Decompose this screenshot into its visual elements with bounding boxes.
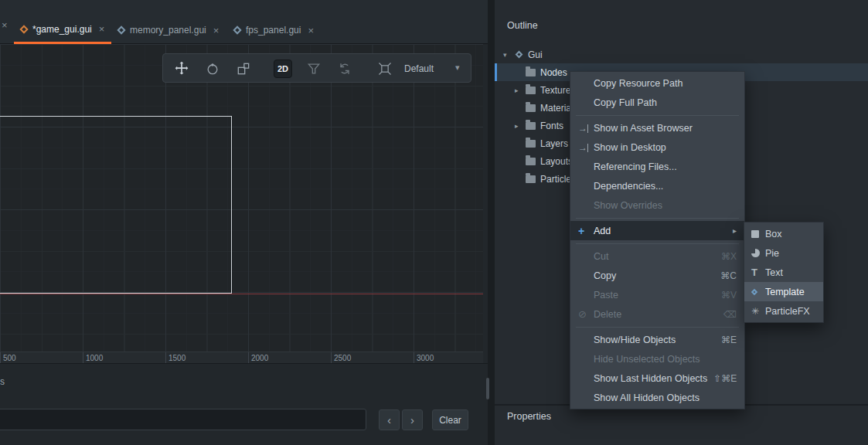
delete-icon [578,308,594,320]
menu-item-show-in-asset-browser[interactable]: Show in Asset Browser [570,118,744,138]
partial-panel-label: s [0,376,5,387]
horizontal-ruler: 500 1000 1500 2000 2500 3000 [0,352,483,363]
folder-icon [526,140,536,148]
menu-item-show-last-hidden-objects[interactable]: Show Last Hidden Objects ⇧⌘E [570,369,744,388]
submenu-item-text[interactable]: Text [744,263,823,282]
shortcut-label: ⌘X [721,251,737,262]
tab-label: *game_gui.gui [32,24,92,35]
menu-separator [570,324,744,330]
ruler-label: 1000 [86,354,103,362]
submenu-item-particlefx[interactable]: ParticleFX [744,301,823,321]
camera-perspective-icon[interactable] [376,59,394,78]
tab-fps-panel[interactable]: fps_panel.gui × [227,16,321,44]
mode-2d-toggle[interactable]: 2D [274,59,292,78]
menu-separator [570,112,744,118]
editor-window: × *game_gui.gui × memory_panel.gui × fps… [0,0,868,445]
visibility-filter-icon[interactable] [305,59,323,78]
ruler-label: 2500 [334,354,351,362]
gui-file-icon [117,25,125,34]
text-icon [751,267,765,278]
folder-icon [526,69,536,76]
rotate-tool-icon[interactable] [203,59,222,78]
menu-item-cut: Cut ⌘X [570,246,744,266]
expander-collapsed-icon[interactable]: ▸ [515,122,526,130]
menu-separator [570,240,744,246]
submenu-item-pie[interactable]: Pie [744,243,823,263]
plus-icon [578,225,594,237]
shortcut-label: ⇧⌘E [713,373,737,384]
x-axis-line [0,294,483,294]
outline-item-label: Gui [528,49,543,60]
tab-label: fps_panel.gui [246,25,301,36]
viewport-toolbar: 2D Defa [162,53,471,83]
folder-icon [526,175,536,183]
folder-icon [526,158,536,165]
ruler-tick [0,352,1,364]
menu-item-copy-full-path[interactable]: Copy Full Path [570,93,744,112]
editor-left-pane: × *game_gui.gui × memory_panel.gui × fps… [0,0,488,445]
menu-item-show-all-hidden-objects[interactable]: Show All Hidden Objects [570,388,744,407]
tab-memory-panel[interactable]: memory_panel.gui × [111,16,226,44]
gui-scene-bounds [0,116,232,294]
close-icon[interactable]: × [213,25,220,36]
outline-item-gui[interactable]: ▾ Gui [495,46,868,63]
folder-icon [526,104,536,112]
ruler-tick [414,352,414,364]
chevron-down-icon[interactable]: ▾ [455,63,460,73]
expander-expanded-icon[interactable]: ▾ [503,51,514,59]
menu-item-copy-resource-path[interactable]: Copy Resource Path [570,73,744,93]
outline-item-label: Nodes [540,67,567,78]
folder-icon [526,122,536,130]
template-icon [751,290,765,294]
outline-item-label: Fonts [540,121,563,131]
chevron-right-icon: › [410,413,414,426]
submenu-item-template[interactable]: Template [744,282,823,301]
menu-item-paste: Paste ⌘V [570,285,744,304]
expander-collapsed-icon[interactable]: ▸ [515,87,526,94]
scale-tool-icon[interactable] [234,59,253,78]
properties-panel-title: Properties [507,411,551,422]
menu-item-show-hide-objects[interactable]: Show/Hide Objects ⌘E [570,330,744,349]
ruler-label: 500 [3,354,16,362]
menu-item-dependencies[interactable]: Dependencies... [570,176,744,195]
move-tool-icon[interactable] [172,59,191,78]
folder-icon [526,87,536,94]
submenu-arrow-icon: ▸ [733,226,737,235]
sync-icon[interactable] [335,59,354,78]
bottom-panel: s ‹ › Clear [0,363,488,445]
menu-item-referencing-files[interactable]: Referencing Files... [570,157,744,176]
menu-item-show-in-desktop[interactable]: Show in Desktop [570,138,744,157]
camera-select[interactable]: Default [404,63,434,74]
particlefx-icon [751,306,765,317]
clear-button[interactable]: Clear [432,409,468,430]
outline-panel-title: Outline [507,20,538,31]
close-icon[interactable]: × [99,23,105,35]
menu-item-hide-unselected-objects: Hide Unselected Objects [570,349,744,369]
outline-item-label: Layouts [540,156,573,167]
menu-item-add[interactable]: Add ▸ [570,221,744,240]
panel-splitter-handle[interactable] [486,378,489,399]
ruler-label: 1500 [168,354,186,362]
ruler-label: 3000 [417,354,434,362]
console-filter-input[interactable] [0,409,366,430]
pie-icon [751,249,765,257]
menu-item-delete: Delete ⌫ [570,304,744,324]
scene-viewport[interactable]: 2D Defa [0,44,483,352]
ruler-tick [83,352,83,364]
ruler-tick [331,352,332,364]
close-icon[interactable]: × [308,25,314,36]
tab-game-gui[interactable]: *game_gui.gui × [14,16,111,44]
shortcut-label: ⌘V [721,290,737,301]
submenu-item-box[interactable]: Box [744,224,823,243]
gui-icon [516,51,523,59]
shortcut-label: ⌫ [723,309,737,320]
tab-bar: × *game_gui.gui × memory_panel.gui × fps… [0,0,488,44]
next-match-button[interactable]: › [402,409,423,430]
ruler-label: 2000 [251,354,268,362]
prev-match-button[interactable]: ‹ [379,409,400,430]
partial-tab-close-icon[interactable]: × [2,19,8,31]
menu-item-copy[interactable]: Copy ⌘C [570,266,744,285]
show-in-icon [578,123,594,134]
shortcut-label: ⌘E [721,335,737,345]
gui-file-icon [233,25,241,34]
